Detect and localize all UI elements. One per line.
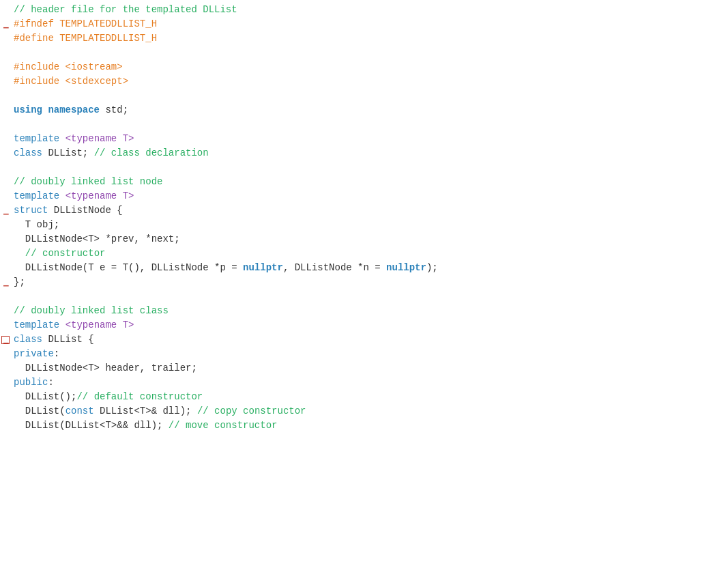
fold-gutter-20[interactable]: ⎯ (0, 275, 11, 289)
code-line-17: DLListNode<T> *prev, *next; (0, 232, 728, 246)
code-content-19: DLListNode(T e = T(), DLListNode *p = nu… (11, 261, 723, 275)
code-content-30: DLList(DLList<T>&& dll); // move constru… (11, 419, 723, 433)
fold-gutter-23 (0, 318, 11, 320)
fold-icon-2[interactable]: ⎯ (3, 18, 8, 31)
code-line-21 (0, 289, 728, 304)
code-content-24: class DLList { (11, 332, 723, 347)
code-content-28: DLList();// default constructor (11, 390, 723, 404)
fold-gutter-26 (0, 361, 11, 363)
code-content-29: DLList(const DLList<T>& dll); // copy co… (11, 404, 723, 419)
fold-gutter-18 (0, 246, 11, 248)
code-line-7 (0, 89, 728, 103)
fold-gutter-11 (0, 146, 11, 147)
fold-gutter-3 (0, 31, 11, 33)
code-line-28: DLList();// default constructor (0, 390, 728, 404)
code-content-27: public: (11, 375, 723, 390)
code-line-16: T obj; (0, 218, 728, 232)
code-content-4 (11, 46, 723, 60)
fold-gutter-13 (0, 175, 11, 176)
code-line-30: DLList(DLList<T>&& dll); // move constru… (0, 419, 728, 433)
code-content-9 (11, 117, 723, 132)
code-line-19: DLListNode(T e = T(), DLListNode *p = nu… (0, 261, 728, 275)
code-content-6: #include <stdexcept> (11, 74, 723, 89)
fold-gutter-17 (0, 232, 11, 233)
fold-gutter-22 (0, 304, 11, 305)
code-content-11: class DLList; // class declaration (11, 146, 723, 160)
code-line-11: class DLList; // class declaration (0, 146, 728, 160)
code-line-13: // doubly linked list node (0, 175, 728, 189)
code-content-13: // doubly linked list node (11, 175, 723, 189)
fold-gutter-4 (0, 46, 11, 47)
code-line-29: DLList(const DLList<T>& dll); // copy co… (0, 404, 728, 419)
code-content-8: using namespace std; (11, 103, 723, 117)
code-line-8: using namespace std; (0, 103, 728, 117)
code-content-3: #define TEMPLATEDDLLIST_H (11, 31, 723, 46)
code-content-20: }; (11, 275, 723, 289)
code-line-6: #include <stdexcept> (0, 74, 728, 89)
fold-gutter-15[interactable]: ⎯ (0, 203, 11, 217)
fold-gutter-9 (0, 117, 11, 119)
fold-gutter-1 (0, 3, 11, 4)
fold-icon-24[interactable]: ⎯ (1, 336, 10, 344)
code-line-9 (0, 117, 728, 132)
code-content-5: #include <iostream> (11, 60, 723, 74)
fold-gutter-8 (0, 103, 11, 104)
fold-icon-20[interactable]: ⎯ (3, 277, 8, 289)
fold-gutter-24[interactable]: ⎯ (0, 332, 11, 344)
fold-gutter-2[interactable]: ⎯ (0, 17, 11, 31)
fold-gutter-27 (0, 375, 11, 377)
fold-gutter-12 (0, 160, 11, 162)
code-content-7 (11, 89, 723, 103)
code-line-4 (0, 46, 728, 60)
fold-gutter-28 (0, 390, 11, 391)
code-content-22: // doubly linked list class (11, 304, 723, 318)
code-line-18: // constructor (0, 246, 728, 261)
fold-gutter-10 (0, 132, 11, 133)
code-line-24: ⎯ class DLList { (0, 332, 728, 347)
code-line-23: template <typename T> (0, 318, 728, 332)
code-line-20: ⎯ }; (0, 275, 728, 289)
code-line-25: private: (0, 347, 728, 361)
code-content-17: DLListNode<T> *prev, *next; (11, 232, 723, 246)
code-content-2: #ifndef TEMPLATEDDLLIST_H (11, 17, 723, 31)
code-line-31 (0, 433, 728, 447)
code-content-14: template <typename T> (11, 189, 723, 203)
code-line-14: template <typename T> (0, 189, 728, 203)
fold-icon-15[interactable]: ⎯ (3, 205, 8, 217)
code-line-2: ⎯ #ifndef TEMPLATEDDLLIST_H (0, 17, 728, 31)
fold-gutter-14 (0, 189, 11, 190)
code-line-10: template <typename T> (0, 132, 728, 146)
code-content-12 (11, 160, 723, 175)
fold-gutter-29 (0, 404, 11, 406)
code-line-5: #include <iostream> (0, 60, 728, 74)
code-line-27: public: (0, 375, 728, 390)
fold-gutter-25 (0, 347, 11, 348)
code-content-26: DLListNode<T> header, trailer; (11, 361, 723, 375)
fold-gutter-6 (0, 74, 11, 76)
code-content-31 (11, 433, 723, 447)
code-line-15: ⎯ struct DLListNode { (0, 203, 728, 218)
code-content-21 (11, 289, 723, 304)
code-line-12 (0, 160, 728, 175)
code-content-18: // constructor (11, 246, 723, 261)
code-line-1: // header file for the templated DLList (0, 3, 728, 17)
code-editor: // header file for the templated DLList … (0, 0, 728, 581)
code-line-26: DLListNode<T> header, trailer; (0, 361, 728, 375)
code-content-23: template <typename T> (11, 318, 723, 332)
code-line-22: // doubly linked list class (0, 304, 728, 318)
fold-gutter-21 (0, 289, 11, 291)
code-content-1: // header file for the templated DLList (11, 3, 723, 17)
code-content-16: T obj; (11, 218, 723, 232)
fold-gutter-5 (0, 60, 11, 61)
fold-gutter-16 (0, 218, 11, 219)
code-content-10: template <typename T> (11, 132, 723, 146)
fold-gutter-7 (0, 89, 11, 90)
fold-gutter-31 (0, 433, 11, 434)
fold-gutter-30 (0, 419, 11, 420)
code-line-3: #define TEMPLATEDDLLIST_H (0, 31, 728, 46)
fold-gutter-19 (0, 261, 11, 262)
code-content-25: private: (11, 347, 723, 361)
code-content-15: struct DLListNode { (11, 203, 723, 218)
